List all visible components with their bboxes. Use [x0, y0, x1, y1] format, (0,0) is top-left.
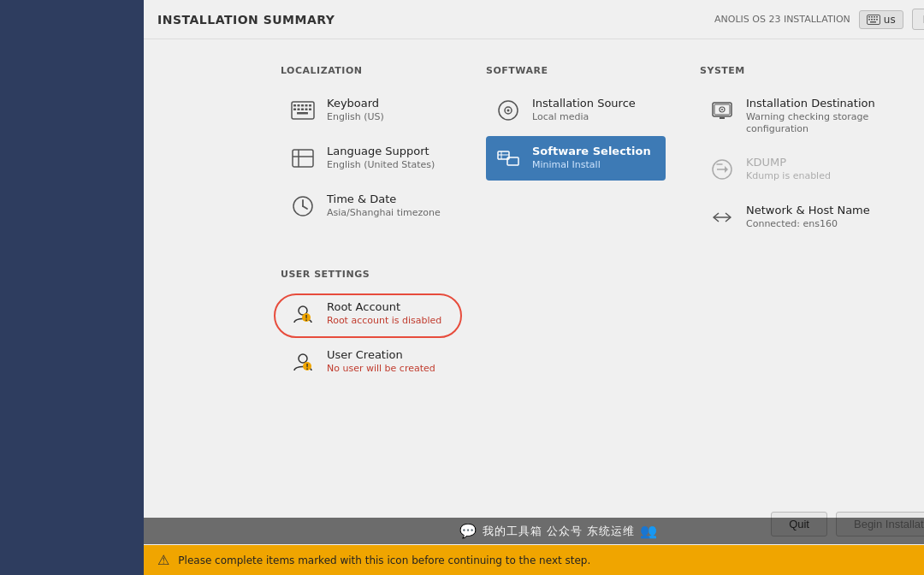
- root-item-text: Root Account Root account is disabled: [327, 300, 441, 327]
- svg-rect-11: [293, 104, 296, 107]
- destination-subtitle: Warning checking storage configuration: [746, 111, 924, 136]
- keyboard-lang: us: [884, 14, 896, 26]
- svg-point-48: [299, 354, 307, 363]
- page-title: INSTALLATION SUMMARY: [157, 13, 335, 27]
- root-account-wrapper: ! Root Account Root account is disabled: [281, 292, 450, 340]
- svg-rect-5: [868, 19, 870, 21]
- item-kdump[interactable]: KDUMP Kdump is enabled: [700, 147, 924, 192]
- source-subtitle: Local media: [532, 111, 636, 123]
- root-item-icon: !: [289, 300, 317, 328]
- software-selection-text: Software Selection Minimal Install: [532, 145, 651, 171]
- svg-rect-21: [297, 112, 308, 115]
- svg-rect-4: [876, 16, 878, 18]
- svg-rect-12: [298, 104, 300, 107]
- bottom-warning-text: Please complete items marked with this i…: [178, 554, 590, 566]
- item-installation-destination[interactable]: Installation Destination Warning checkin…: [700, 88, 924, 144]
- user-settings-section: USER SETTINGS ! Root Account Root accoun…: [281, 269, 924, 384]
- item-installation-source[interactable]: Installation Source Local media: [486, 88, 666, 133]
- svg-rect-9: [870, 21, 876, 23]
- user-creation-title: User Creation: [327, 348, 435, 363]
- source-title: Installation Source: [532, 97, 636, 111]
- svg-text:!: !: [305, 364, 309, 371]
- software-section: SOFTWARE Installation Source Local media: [486, 65, 666, 243]
- watermark-overlay: 💬 我的工具箱 公众号 东统运维 👥: [144, 518, 924, 544]
- time-date-item-text: Time & Date Asia/Shanghai timezone: [327, 193, 441, 219]
- watermark-icon: 💬: [459, 523, 477, 539]
- topbar-right: ANOLIS OS 23 INSTALLATION us Help!: [714, 9, 924, 30]
- destination-item-text: Installation Destination Warning checkin…: [746, 97, 924, 135]
- svg-line-27: [303, 206, 307, 209]
- content-area: LOCALIZATION: [144, 39, 924, 503]
- network-subtitle: Connected: ens160: [746, 218, 870, 230]
- svg-rect-8: [876, 19, 878, 21]
- svg-rect-17: [298, 109, 300, 111]
- svg-rect-22: [293, 150, 313, 167]
- software-selection-subtitle: Minimal Install: [532, 159, 651, 171]
- anolis-label: ANOLIS OS 23 INSTALLATION: [714, 14, 850, 25]
- svg-rect-18: [301, 109, 304, 111]
- language-title: Language Support: [327, 145, 435, 159]
- svg-rect-1: [868, 16, 870, 18]
- svg-marker-42: [725, 166, 728, 173]
- svg-text:!: !: [305, 315, 308, 323]
- language-item-text: Language Support English (United States): [327, 145, 435, 171]
- item-language-support[interactable]: Language Support English (United States): [281, 136, 452, 181]
- user-item-icon: !: [289, 348, 317, 376]
- root-title: Root Account: [327, 300, 441, 315]
- time-date-title: Time & Date: [327, 193, 441, 207]
- svg-point-30: [507, 110, 510, 112]
- network-title: Network & Host Name: [746, 204, 870, 218]
- root-subtitle: Root account is disabled: [327, 315, 441, 327]
- destination-item-icon: [708, 97, 736, 124]
- svg-rect-15: [309, 104, 311, 107]
- svg-rect-6: [871, 19, 873, 21]
- svg-rect-19: [305, 109, 308, 111]
- bottom-warning-bar: ⚠ Please complete items marked with this…: [144, 545, 924, 575]
- software-selection-title: Software Selection: [532, 145, 651, 159]
- kdump-subtitle: Kdump is enabled: [746, 170, 831, 182]
- kdump-title: KDUMP: [746, 156, 831, 170]
- item-network-hostname[interactable]: Network & Host Name Connected: ens160: [700, 195, 924, 240]
- watermark-text: 我的工具箱 公众号 东统运维: [483, 524, 635, 539]
- network-item-text: Network & Host Name Connected: ens160: [746, 204, 870, 230]
- item-time-date[interactable]: Time & Date Asia/Shanghai timezone: [281, 184, 452, 228]
- item-keyboard[interactable]: Keyboard English (US): [281, 88, 452, 133]
- keyboard-badge[interactable]: us: [859, 10, 903, 29]
- sections-grid: LOCALIZATION: [281, 65, 924, 243]
- source-item-icon: [495, 97, 522, 124]
- svg-rect-20: [309, 109, 311, 111]
- watermark-icon2: 👥: [640, 523, 658, 539]
- localization-header: LOCALIZATION: [281, 65, 452, 76]
- item-software-selection[interactable]: Software Selection Minimal Install: [486, 136, 666, 181]
- main-content: INSTALLATION SUMMARY ANOLIS OS 23 INSTAL…: [144, 0, 924, 575]
- source-item-text: Installation Source Local media: [532, 97, 636, 123]
- item-user-creation[interactable]: ! User Creation No user will be created: [281, 340, 924, 384]
- language-item-icon: [289, 145, 317, 172]
- topbar: INSTALLATION SUMMARY ANOLIS OS 23 INSTAL…: [144, 0, 924, 39]
- system-section: SYSTEM Installation Destination: [700, 65, 924, 243]
- network-item-icon: [708, 204, 736, 231]
- svg-rect-13: [301, 104, 304, 107]
- svg-rect-3: [874, 16, 875, 18]
- kdump-item-icon: [708, 156, 736, 183]
- warning-triangle-icon: ⚠: [157, 552, 169, 568]
- user-creation-subtitle: No user will be created: [327, 363, 435, 375]
- item-root-account[interactable]: ! Root Account Root account is disabled: [281, 292, 450, 336]
- keyboard-title: Keyboard: [327, 97, 384, 111]
- svg-rect-7: [874, 19, 875, 21]
- user-settings-header: USER SETTINGS: [281, 269, 924, 280]
- system-header: SYSTEM: [700, 65, 924, 76]
- time-date-subtitle: Asia/Shanghai timezone: [327, 207, 441, 219]
- kdump-item-text: KDUMP Kdump is enabled: [746, 156, 831, 182]
- keyboard-subtitle: English (US): [327, 111, 384, 123]
- sidebar: [0, 0, 144, 575]
- language-subtitle: English (United States): [327, 159, 435, 171]
- destination-title: Installation Destination: [746, 97, 924, 111]
- svg-point-38: [721, 109, 723, 110]
- keyboard-item-text: Keyboard English (US): [327, 97, 384, 123]
- svg-rect-2: [871, 16, 873, 18]
- help-button[interactable]: Help!: [912, 9, 924, 30]
- keyboard-item-icon: [289, 97, 317, 124]
- user-creation-text: User Creation No user will be created: [327, 348, 435, 375]
- svg-rect-14: [305, 104, 308, 107]
